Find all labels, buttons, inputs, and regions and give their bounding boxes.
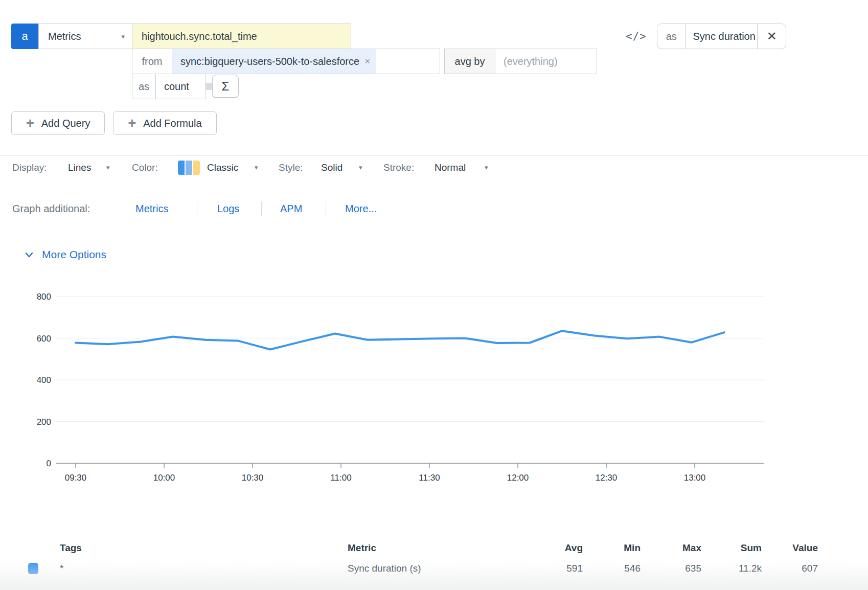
summary-table: TagsMetricAvgMinMaxSumValue *Sync durati… [0,539,868,580]
row-sum: 11.2k [701,563,762,574]
svg-text:11:00: 11:00 [330,473,351,483]
code-editor-icon[interactable]: </> [626,24,647,49]
style-dropdown[interactable]: Solid [321,156,342,179]
svg-text:10:00: 10:00 [153,473,175,483]
as-label: as [132,74,156,99]
metric-name-input[interactable]: hightouch.sync.total_time [132,24,351,49]
link-separator [326,201,326,216]
graph-additional-label: Graph additional: [12,198,90,219]
svg-text:12:00: 12:00 [507,473,529,483]
svg-text:09:30: 09:30 [65,473,87,483]
chevron-down-icon [24,249,35,260]
add-formula-button[interactable]: + Add Formula [113,111,216,135]
filter-field[interactable]: sync:bigquery-users-500k-to-salesforce × [172,49,440,74]
color-label: Color: [132,156,158,179]
query-letter-badge[interactable]: a [11,24,38,49]
display-type-dropdown[interactable]: Lines [68,156,91,179]
row-tags: * [60,563,348,574]
more-options-label: More Options [42,248,106,261]
alias-group: as Sync duration ✕ [657,24,786,49]
timeseries-chart[interactable]: 800600400200009:3010:0010:3011:0011:3012… [0,284,868,489]
metric-name-value: hightouch.sync.total_time [142,31,257,42]
add-query-button[interactable]: + Add Query [11,111,105,135]
column-header-metric: Metric [348,542,521,554]
connector [206,83,212,90]
group-by-input[interactable]: (everything) [495,49,597,74]
column-header-min: Min [583,542,641,554]
more-options-toggle[interactable]: More Options [24,248,106,261]
data-source-select[interactable]: Metrics ▾ [38,24,132,49]
remove-filter-icon[interactable]: × [364,56,370,67]
series-line [76,331,724,349]
palette-color [186,161,192,175]
chevron-down-icon[interactable]: ▾ [106,156,110,179]
svg-text:0: 0 [47,459,51,468]
link-separator [197,201,197,216]
graph-link-logs[interactable]: Logs [217,198,239,219]
column-header-sum: Sum [701,542,762,554]
data-source-label: Metrics [48,31,81,42]
row-avg: 591 [521,563,583,574]
svg-text:13:00: 13:00 [684,473,706,483]
row-min: 546 [583,563,641,574]
section-divider [0,155,868,156]
graph-link-more[interactable]: More... [345,198,377,219]
svg-text:10:30: 10:30 [242,473,264,483]
column-header-avg: Avg [521,542,583,554]
graph-additional-row: Graph additional: MetricsLogsAPMMore... [0,198,868,219]
series-color-swatch [28,563,38,574]
column-header-max: Max [641,542,701,554]
color-palette-swatch[interactable] [178,161,200,175]
chevron-down-icon: ▾ [121,33,125,40]
stroke-label: Stroke: [383,156,414,179]
svg-text:400: 400 [37,375,51,385]
row-max: 635 [641,563,701,574]
table-row: *Sync duration (s)59154663511.2k607 [28,557,868,580]
column-header-value: Value [762,542,818,554]
svg-text:11:30: 11:30 [419,473,440,483]
chevron-down-icon[interactable]: ▾ [255,156,258,179]
plus-icon: + [128,117,136,130]
row-value: 607 [762,563,818,574]
alias-input[interactable]: Sync duration [686,24,758,49]
display-options-row: Display: Lines ▾ Color: Classic ▾ Style:… [0,156,868,179]
plus-icon: + [26,117,34,130]
chevron-down-icon[interactable]: ▾ [359,156,362,179]
chevron-down-icon[interactable]: ▾ [485,156,488,179]
sigma-function-button[interactable]: Σ [212,75,239,98]
link-separator [261,201,262,216]
graph-link-metrics[interactable]: Metrics [135,198,168,219]
swatch-cell [28,563,60,574]
query-row-2: from sync:bigquery-users-500k-to-salesfo… [132,49,597,74]
svg-text:600: 600 [37,334,51,344]
alias-as-label: as [657,24,686,49]
graph-link-apm[interactable]: APM [280,198,302,219]
svg-text:800: 800 [37,292,51,302]
palette-color [178,161,185,175]
add-formula-label: Add Formula [143,118,202,129]
summary-table-header: TagsMetricAvgMinMaxSumValue [28,539,868,557]
svg-text:12:30: 12:30 [596,473,618,483]
add-query-label: Add Query [41,118,90,129]
rollup-dropdown[interactable]: count [155,74,206,99]
filter-tag-text: sync:bigquery-users-500k-to-salesforce [180,56,359,67]
row-metric: Sync duration (s) [348,563,521,574]
from-label: from [132,49,172,74]
query-row-3: as count Σ [132,74,239,99]
query-row-1: a Metrics ▾ hightouch.sync.total_time [11,24,351,49]
stroke-dropdown[interactable]: Normal [435,156,466,179]
svg-text:200: 200 [37,417,51,427]
style-label: Style: [279,156,303,179]
display-label: Display: [12,156,47,179]
close-icon[interactable]: ✕ [757,24,786,49]
metrics-query-editor: a Metrics ▾ hightouch.sync.total_time </… [0,0,868,590]
filter-tag[interactable]: sync:bigquery-users-500k-to-salesforce × [172,49,376,74]
color-scheme-dropdown[interactable]: Classic [207,156,238,179]
aggregate-dropdown[interactable]: avg by [444,49,495,74]
palette-color [193,161,200,175]
column-header-tags: Tags [60,542,348,554]
actions-row: + Add Query + Add Formula [11,111,217,135]
